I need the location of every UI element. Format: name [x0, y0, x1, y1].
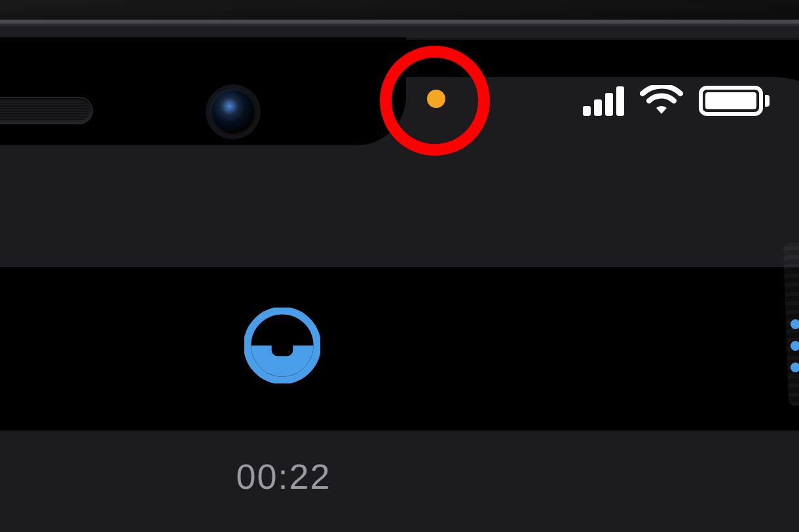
- front-camera: [210, 88, 257, 135]
- timer-value: 00:22: [236, 456, 331, 497]
- svg-rect-3: [272, 335, 293, 356]
- dot-icon: [790, 319, 799, 329]
- battery-icon: [699, 86, 770, 116]
- dot-icon: [790, 341, 799, 351]
- app-track-area: [0, 267, 799, 431]
- status-bar[interactable]: [583, 85, 770, 116]
- more-button[interactable]: [790, 319, 799, 372]
- wifi-icon: [640, 85, 683, 116]
- device-notch: [0, 37, 406, 145]
- record-stop-button[interactable]: [244, 308, 320, 383]
- microphone-privacy-indicator-icon: [427, 90, 445, 108]
- screen: T 00:22: [0, 77, 799, 532]
- dot-icon: [790, 363, 799, 372]
- stop-icon: [244, 308, 320, 383]
- recording-timer: 00:22: [192, 431, 375, 522]
- cellular-signal-icon: [583, 86, 624, 116]
- earpiece-speaker: [0, 98, 92, 123]
